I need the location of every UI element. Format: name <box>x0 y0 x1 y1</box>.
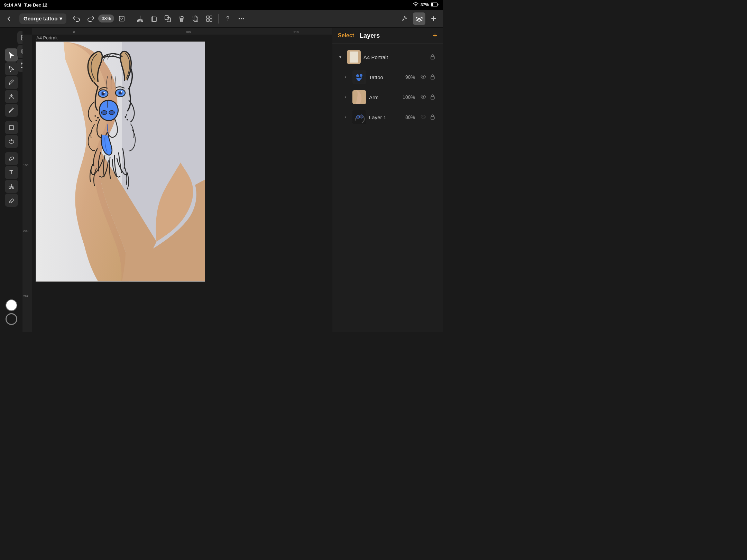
layers-header: Select Layers + <box>332 28 443 44</box>
layer-name-layer1: Layer 1 <box>369 114 403 120</box>
svg-point-38 <box>121 91 122 93</box>
ruler-v-mark-100: 100 <box>23 164 28 167</box>
layer-thumb-layer1 <box>352 110 366 124</box>
layer-lock-icon-layer1 <box>430 114 435 121</box>
help-icon: ? <box>226 16 229 22</box>
svg-rect-13 <box>206 19 209 21</box>
layer-thumb-tattoo <box>352 70 366 84</box>
wifi-icon <box>413 2 418 8</box>
layer-thumb-arm <box>352 90 366 104</box>
redo-button[interactable] <box>84 12 97 25</box>
text-tool[interactable]: T <box>5 166 18 179</box>
svg-rect-11 <box>206 16 209 18</box>
background-color-swatch[interactable] <box>6 313 17 325</box>
svg-point-40 <box>109 111 114 115</box>
svg-point-43 <box>94 115 96 117</box>
layer-eye-icon-arm[interactable] <box>421 94 426 100</box>
svg-rect-50 <box>352 70 366 84</box>
canvas-area: 0 100 210 100 200 297 A4 Portrait <box>22 28 332 332</box>
select-tool[interactable] <box>5 48 18 62</box>
add-object-button[interactable] <box>427 12 440 25</box>
delete-button[interactable] <box>175 12 188 25</box>
layer-name-arm: Arm <box>369 94 400 100</box>
svg-rect-49 <box>431 56 434 59</box>
layer-eye-icon-layer1[interactable] <box>421 114 426 120</box>
select-tab[interactable]: Select <box>338 32 354 39</box>
svg-point-41 <box>97 117 99 119</box>
layer-chevron-arm: › <box>345 95 350 100</box>
layer-opacity-tattoo: 90% <box>405 74 415 80</box>
layer-item-a4portrait[interactable]: ▾ A4 Portrait <box>335 47 440 67</box>
svg-point-39 <box>101 111 107 115</box>
svg-point-60 <box>360 115 363 118</box>
ruler-top: 0 100 210 <box>32 28 332 35</box>
toolbar-separator-1 <box>131 14 131 24</box>
svg-point-26 <box>11 139 12 141</box>
canvas-document[interactable] <box>36 41 205 282</box>
group-button[interactable] <box>203 12 215 25</box>
svg-rect-6 <box>153 17 156 21</box>
help-button[interactable]: ? <box>221 12 234 25</box>
more-options-button[interactable]: ••• <box>235 12 248 25</box>
copy-button[interactable] <box>148 12 160 25</box>
layer-opacity-layer1: 80% <box>405 114 415 120</box>
more-icon: ••• <box>239 16 245 21</box>
layer-chevron-layer1: › <box>345 115 350 120</box>
svg-rect-57 <box>431 96 434 99</box>
layer-item-arm[interactable]: › Arm 100% <box>335 87 440 107</box>
ruler-left: 100 200 297 <box>22 35 32 332</box>
duplicate-button[interactable] <box>189 12 202 25</box>
main-area: T 0 100 210 100 200 297 A4 Portrait <box>0 28 443 332</box>
svg-rect-62 <box>431 116 434 119</box>
add-layer-button[interactable]: + <box>433 32 437 39</box>
zoom-level-button[interactable]: 38% <box>98 15 114 22</box>
ellipse-tool[interactable] <box>5 135 18 148</box>
eraser-tool[interactable] <box>5 194 18 207</box>
layers-tab[interactable]: Layers <box>360 32 380 39</box>
pin-tool-button[interactable] <box>398 12 411 25</box>
layers-panel-button[interactable] <box>413 12 425 25</box>
direct-select-tool[interactable] <box>5 62 18 75</box>
brush-tool[interactable] <box>5 104 18 117</box>
undo-button[interactable] <box>71 12 83 25</box>
layer-chevron-tattoo: › <box>345 75 350 80</box>
svg-rect-1 <box>438 4 439 5</box>
back-button[interactable] <box>3 12 15 25</box>
pen-tool[interactable] <box>5 76 18 89</box>
layer-opacity-arm: 100% <box>403 94 415 100</box>
battery-display: 37% <box>421 2 429 7</box>
anchor-tool[interactable] <box>5 90 18 103</box>
status-bar: 9:14 AM Tue Dec 12 37% <box>0 0 443 10</box>
scissors-tool[interactable] <box>5 180 18 193</box>
ruler-mark-0: 0 <box>73 30 75 34</box>
svg-point-53 <box>423 76 424 78</box>
left-tool-panel: T <box>0 28 22 332</box>
layer-item-tattoo[interactable]: › Tattoo 90% <box>335 67 440 87</box>
right-header-buttons <box>398 12 440 25</box>
layer-name-tattoo: Tattoo <box>369 74 403 80</box>
layer-eye-icon-tattoo[interactable] <box>421 74 426 80</box>
svg-point-34 <box>103 92 105 93</box>
layer-item-layer1[interactable]: › Layer 1 80% <box>335 108 440 127</box>
svg-point-46 <box>126 114 127 116</box>
copy-style-button[interactable] <box>162 12 174 25</box>
right-panel: Select Layers + ▾ A4 Portrait <box>332 28 443 332</box>
status-left: 9:14 AM Tue Dec 12 <box>4 2 47 8</box>
svg-rect-48 <box>350 52 358 63</box>
text-tool-label: T <box>9 169 13 176</box>
layer-lock-icon-a4portrait <box>430 54 435 60</box>
ruler-v-mark-200: 200 <box>23 229 28 233</box>
toolbar-separator-2 <box>218 14 219 24</box>
layer-thumb-a4portrait <box>347 50 361 64</box>
shape-tool[interactable] <box>5 121 18 134</box>
dropdown-chevron-icon: ▾ <box>59 16 62 22</box>
top-toolbar: George tattoo ▾ 38% ? ••• <box>0 10 443 28</box>
cut-button[interactable] <box>134 12 146 25</box>
freeform-tool[interactable] <box>5 152 18 165</box>
svg-rect-12 <box>210 16 212 18</box>
foreground-color-swatch[interactable] <box>6 299 17 311</box>
select-all-button[interactable] <box>116 12 128 25</box>
document-title-button[interactable]: George tattoo ▾ <box>19 13 66 24</box>
layer-lock-icon-tattoo <box>430 74 435 81</box>
canvas-document-label: A4 Portrait <box>36 35 57 40</box>
